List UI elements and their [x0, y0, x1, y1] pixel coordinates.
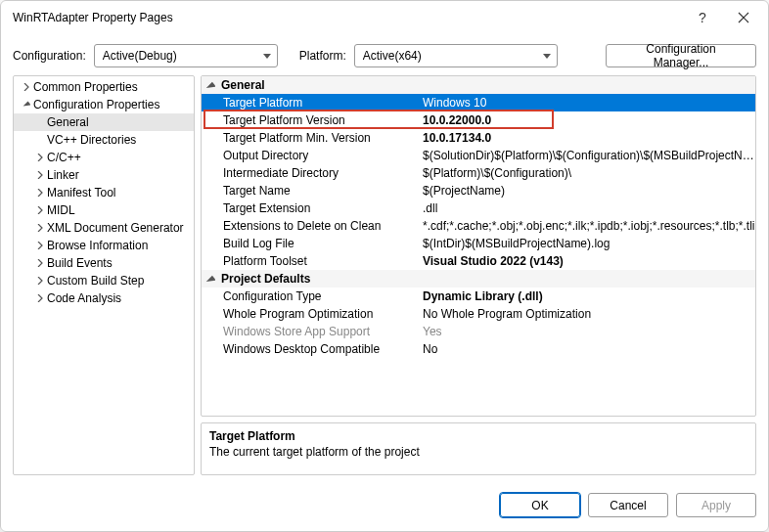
property-value[interactable]: $(ProjectName): [423, 184, 755, 198]
nav-tree[interactable]: Common PropertiesConfiguration Propertie…: [13, 75, 195, 475]
property-row[interactable]: Target PlatformWindows 10: [202, 94, 755, 111]
chevron-right-icon: [33, 189, 47, 197]
property-row[interactable]: Build Log File$(IntDir)$(MSBuildProjectN…: [202, 235, 755, 252]
chevron-right-icon: [33, 154, 47, 161]
help-button[interactable]: ?: [682, 3, 723, 32]
chevron-right-icon: [33, 259, 47, 267]
close-button[interactable]: [723, 3, 764, 32]
help-icon: ?: [699, 10, 706, 25]
property-row[interactable]: Platform ToolsetVisual Studio 2022 (v143…: [202, 252, 755, 270]
property-row[interactable]: Target Name$(ProjectName): [202, 182, 755, 200]
close-icon: [738, 12, 749, 23]
tree-item[interactable]: C/C++: [14, 149, 195, 166]
property-name: Configuration Type: [202, 289, 423, 303]
property-value[interactable]: No: [423, 342, 755, 356]
platform-dropdown[interactable]: Active(x64): [354, 44, 558, 67]
tree-item-label: C/C++: [47, 151, 81, 164]
property-name: Output Directory: [202, 149, 423, 162]
platform-value: Active(x64): [363, 49, 422, 63]
tree-item[interactable]: Code Analysis: [14, 289, 195, 307]
chevron-right-icon: [33, 206, 47, 214]
property-value[interactable]: 10.0.22000.0: [423, 113, 755, 127]
tree-item-label: Browse Information: [47, 239, 148, 252]
configuration-manager-button[interactable]: Configuration Manager...: [606, 44, 756, 67]
property-name: Target Extension: [202, 201, 423, 215]
property-value[interactable]: $(SolutionDir)$(Platform)\$(Configuratio…: [423, 149, 755, 162]
tree-item[interactable]: MIDL: [14, 201, 195, 219]
property-value[interactable]: Yes: [423, 325, 755, 338]
tree-item-label: XML Document Generator: [47, 221, 184, 235]
tree-item-label: Code Analysis: [47, 291, 121, 305]
category-row[interactable]: Project Defaults: [202, 270, 755, 288]
chevron-right-icon: [33, 294, 47, 302]
tree-item-label: Custom Build Step: [47, 274, 144, 288]
property-value[interactable]: *.cdf;*.cache;*.obj;*.obj.enc;*.ilk;*.ip…: [423, 219, 755, 233]
category-row[interactable]: General: [202, 76, 755, 94]
tree-item-label: Build Events: [47, 256, 113, 270]
property-row[interactable]: Output Directory$(SolutionDir)$(Platform…: [202, 147, 755, 164]
property-name: Platform Toolset: [202, 254, 423, 268]
property-value[interactable]: $(IntDir)$(MSBuildProjectName).log: [423, 237, 755, 250]
chevron-right-icon: [33, 242, 47, 249]
property-name: Target Platform: [202, 96, 423, 110]
property-value[interactable]: .dll: [423, 201, 755, 215]
property-name: Target Platform Min. Version: [202, 131, 423, 145]
chevron-right-icon: [33, 277, 47, 285]
configuration-dropdown[interactable]: Active(Debug): [94, 44, 278, 67]
property-name: Build Log File: [202, 237, 423, 250]
property-row[interactable]: Windows Store App SupportYes: [202, 323, 755, 340]
property-value[interactable]: Windows 10: [423, 96, 755, 110]
tree-item[interactable]: Manifest Tool: [14, 184, 195, 201]
property-value[interactable]: No Whole Program Optimization: [423, 307, 755, 321]
chevron-right-icon: [20, 83, 33, 91]
configuration-label: Configuration:: [13, 49, 86, 63]
property-row[interactable]: Target Platform Min. Version10.0.17134.0: [202, 129, 755, 147]
property-row[interactable]: Windows Desktop CompatibleNo: [202, 340, 755, 358]
property-row[interactable]: Target Platform Version10.0.22000.0: [202, 111, 755, 129]
tree-item[interactable]: Common Properties: [14, 78, 195, 96]
cancel-button[interactable]: Cancel: [588, 493, 668, 517]
property-value[interactable]: 10.0.17134.0: [423, 131, 755, 145]
configuration-value: Active(Debug): [103, 49, 177, 63]
platform-label: Platform:: [299, 49, 346, 63]
chevron-down-icon: [20, 101, 33, 109]
description-text: The current target platform of the proje…: [209, 445, 747, 459]
chevron-right-icon: [33, 224, 47, 232]
property-value[interactable]: $(Platform)\$(Configuration)\: [423, 166, 755, 180]
tree-item[interactable]: Browse Information: [14, 237, 195, 254]
property-grid[interactable]: GeneralTarget PlatformWindows 10Target P…: [201, 75, 756, 417]
tree-item-label: General: [47, 115, 89, 129]
chevron-right-icon: [33, 171, 47, 179]
description-title: Target Platform: [209, 429, 747, 443]
property-pages-dialog: WinRTAdapter Property Pages ? Configurat…: [0, 0, 769, 532]
tree-item-label: VC++ Directories: [47, 133, 136, 147]
property-name: Target Name: [202, 184, 423, 198]
tree-item[interactable]: Configuration Properties: [14, 96, 195, 113]
titlebar: WinRTAdapter Property Pages ?: [1, 1, 768, 34]
tree-item-label: MIDL: [47, 203, 75, 217]
property-name: Intermediate Directory: [202, 166, 423, 180]
property-value[interactable]: Visual Studio 2022 (v143): [423, 254, 755, 268]
tree-item[interactable]: General: [14, 113, 195, 131]
apply-button[interactable]: Apply: [676, 493, 756, 517]
property-row[interactable]: Extensions to Delete on Clean*.cdf;*.cac…: [202, 217, 755, 235]
property-name: Target Platform Version: [202, 113, 423, 127]
tree-item[interactable]: Build Events: [14, 254, 195, 272]
ok-button[interactable]: OK: [500, 493, 580, 517]
chevron-down-icon: [205, 274, 215, 286]
tree-item[interactable]: Custom Build Step: [14, 272, 195, 289]
property-row[interactable]: Intermediate Directory$(Platform)\$(Conf…: [202, 164, 755, 182]
tree-item[interactable]: XML Document Generator: [14, 219, 195, 237]
property-row[interactable]: Configuration TypeDynamic Library (.dll): [202, 288, 755, 305]
property-name: Windows Store App Support: [202, 325, 423, 338]
tree-item[interactable]: Linker: [14, 166, 195, 184]
property-row[interactable]: Target Extension.dll: [202, 200, 755, 217]
property-value[interactable]: Dynamic Library (.dll): [423, 289, 755, 303]
property-name: Whole Program Optimization: [202, 307, 423, 321]
property-row[interactable]: Whole Program OptimizationNo Whole Progr…: [202, 305, 755, 323]
tree-item-label: Common Properties: [33, 80, 138, 94]
tree-item-label: Linker: [47, 168, 79, 182]
category-label: Project Defaults: [221, 272, 310, 286]
property-name: Extensions to Delete on Clean: [202, 219, 423, 233]
tree-item[interactable]: VC++ Directories: [14, 131, 195, 149]
